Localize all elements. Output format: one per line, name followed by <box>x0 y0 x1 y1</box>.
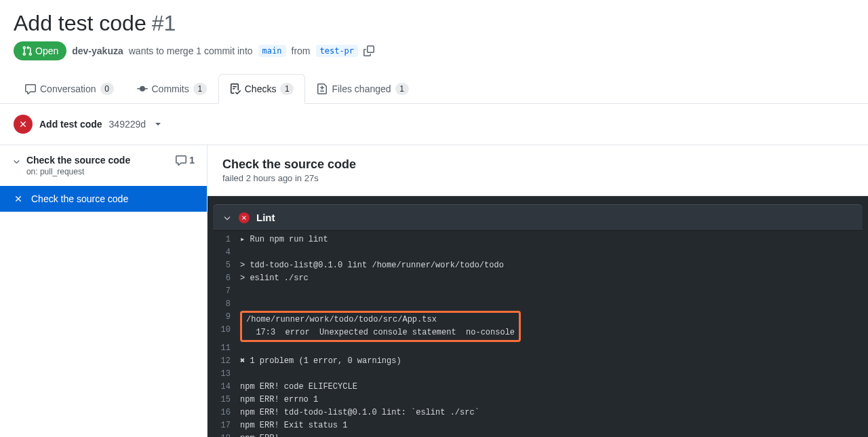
log-line: 7 <box>213 285 863 298</box>
base-branch[interactable]: main <box>258 45 286 57</box>
log-line: 1▸ Run npm run lint <box>213 233 863 246</box>
pr-tabs: Conversation 0 Commits 1 Checks 1 Files … <box>0 74 868 104</box>
tab-checks[interactable]: Checks 1 <box>218 74 306 104</box>
workflow-trigger: on: pull_request <box>26 167 130 176</box>
log-line: 16npm ERR! tdd-todo-list@0.1.0 lint: `es… <box>213 406 863 419</box>
pr-number: #1 <box>152 11 176 36</box>
copy-icon[interactable] <box>363 45 374 56</box>
log-output[interactable]: 1▸ Run npm run lint45> tdd-todo-list@0.1… <box>208 231 868 437</box>
status-failed-icon <box>14 115 33 134</box>
tab-conversation[interactable]: Conversation 0 <box>14 74 125 103</box>
job-name: Check the source code <box>31 193 128 204</box>
checklist-icon <box>230 83 241 94</box>
commit-bar: Add test code 349229d <box>0 104 868 145</box>
status-failed-icon <box>12 193 24 205</box>
commit-title[interactable]: Add test code <box>39 119 102 130</box>
git-commit-icon <box>137 83 148 94</box>
job-item-selected[interactable]: Check the source code <box>0 186 207 212</box>
tab-commits[interactable]: Commits 1 <box>125 74 218 103</box>
step-header[interactable]: Lint <box>213 204 863 231</box>
chevron-down-icon <box>222 213 232 223</box>
status-failed-icon <box>239 212 250 223</box>
log-line: 6> eslint ./src <box>213 272 863 285</box>
log-line: 14npm ERR! code ELIFECYCLE <box>213 381 863 394</box>
log-line: 12✖ 1 problem (1 error, 0 warnings) <box>213 355 863 368</box>
tab-files-changed[interactable]: Files changed 1 <box>305 74 420 103</box>
log-line: 18npm ERR! <box>213 432 863 437</box>
status-badge: Open <box>14 41 66 60</box>
pr-author[interactable]: dev-yakuza <box>72 45 123 56</box>
workflow-name: Check the source code <box>26 155 130 166</box>
log-line: 17npm ERR! Exit status 1 <box>213 419 863 432</box>
log-line: 5> tdd-todo-list@0.1.0 lint /home/runner… <box>213 259 863 272</box>
workflow-item[interactable]: Check the source code on: pull_request 1 <box>0 145 207 186</box>
git-pull-request-icon <box>22 45 33 56</box>
chevron-down-icon <box>12 157 21 166</box>
log-line: 13 <box>213 368 863 381</box>
dropdown-caret-icon[interactable] <box>155 123 161 126</box>
run-subtitle: failed 2 hours ago in 27s <box>222 173 853 183</box>
log-line: 4 <box>213 246 863 259</box>
step-name: Lint <box>256 212 275 223</box>
run-title: Check the source code <box>222 157 853 172</box>
log-line: 8 <box>213 298 863 311</box>
comment-icon <box>176 155 186 166</box>
log-line: 15npm ERR! errno 1 <box>213 394 863 406</box>
annotation-count[interactable]: 1 <box>176 155 195 166</box>
commit-sha[interactable]: 349229d <box>109 119 146 130</box>
merge-description: wants to merge 1 commit into <box>129 45 253 56</box>
jobs-sidebar: Check the source code on: pull_request 1… <box>0 145 208 437</box>
comment-icon <box>25 83 36 94</box>
head-branch[interactable]: test-pr <box>316 45 359 57</box>
pr-title: Add test code <box>14 11 146 36</box>
log-line: 11 <box>213 342 863 355</box>
error-highlight: /home/runner/work/todo/todo/src/App.tsx … <box>240 311 521 342</box>
file-diff-icon <box>317 83 328 94</box>
log-panel: Check the source code failed 2 hours ago… <box>208 145 868 437</box>
